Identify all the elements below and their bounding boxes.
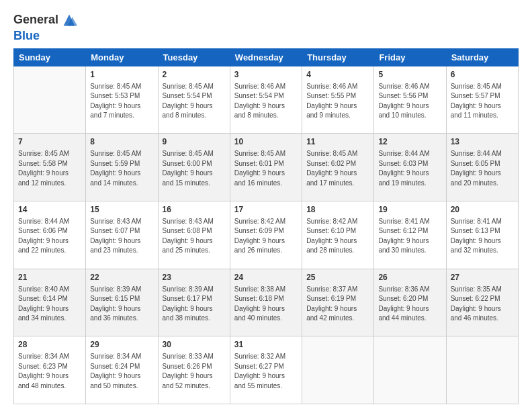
day-number: 25: [306, 272, 369, 283]
day-cell-1-5: 12Sunrise: 8:44 AMSunset: 6:03 PMDayligh…: [374, 134, 446, 201]
day-cell-3-0: 21Sunrise: 8:40 AMSunset: 6:14 PMDayligh…: [14, 269, 86, 336]
day-info: Sunrise: 8:37 AMSunset: 6:19 PMDaylight:…: [306, 285, 369, 324]
day-number: 18: [306, 204, 369, 216]
day-cell-0-1: 1Sunrise: 8:45 AMSunset: 5:53 PMDaylight…: [86, 66, 158, 134]
day-info: Sunrise: 8:38 AMSunset: 6:18 PMDaylight:…: [234, 285, 298, 324]
day-number: 15: [90, 204, 153, 216]
day-number: 11: [306, 136, 369, 148]
week-row-2: 14Sunrise: 8:44 AMSunset: 6:06 PMDayligh…: [14, 201, 519, 269]
day-number: 14: [18, 204, 81, 216]
day-info: Sunrise: 8:45 AMSunset: 6:01 PMDaylight:…: [234, 149, 298, 188]
page: General Blue Sunday Monday Tuesday Wedne…: [0, 0, 532, 411]
day-number: 3: [234, 69, 298, 81]
day-number: 6: [451, 69, 514, 81]
day-cell-2-6: 20Sunrise: 8:41 AMSunset: 6:13 PMDayligh…: [446, 201, 518, 269]
day-number: 30: [163, 339, 226, 351]
day-number: 21: [18, 272, 81, 283]
day-cell-2-2: 16Sunrise: 8:43 AMSunset: 6:08 PMDayligh…: [158, 201, 230, 269]
day-number: 2: [163, 69, 226, 81]
header-monday: Monday: [86, 48, 158, 66]
day-cell-1-0: 7Sunrise: 8:45 AMSunset: 5:58 PMDaylight…: [14, 134, 86, 201]
day-cell-3-4: 25Sunrise: 8:37 AMSunset: 6:19 PMDayligh…: [302, 269, 374, 336]
day-cell-2-1: 15Sunrise: 8:43 AMSunset: 6:07 PMDayligh…: [86, 201, 158, 269]
day-cell-3-2: 23Sunrise: 8:39 AMSunset: 6:17 PMDayligh…: [158, 269, 230, 336]
day-info: Sunrise: 8:42 AMSunset: 6:09 PMDaylight:…: [234, 217, 298, 256]
weekday-header-row: Sunday Monday Tuesday Wednesday Thursday…: [14, 48, 519, 66]
day-cell-4-1: 29Sunrise: 8:34 AMSunset: 6:24 PMDayligh…: [86, 336, 158, 404]
day-cell-1-3: 10Sunrise: 8:45 AMSunset: 6:01 PMDayligh…: [230, 134, 302, 201]
day-cell-2-0: 14Sunrise: 8:44 AMSunset: 6:06 PMDayligh…: [14, 201, 86, 269]
day-number: 20: [451, 204, 514, 216]
day-cell-3-5: 26Sunrise: 8:36 AMSunset: 6:20 PMDayligh…: [374, 269, 446, 336]
logo-general: General: [13, 13, 58, 27]
day-number: 1: [90, 69, 153, 81]
day-cell-0-3: 3Sunrise: 8:46 AMSunset: 5:54 PMDaylight…: [230, 66, 302, 134]
day-cell-0-2: 2Sunrise: 8:45 AMSunset: 5:54 PMDaylight…: [158, 66, 230, 134]
day-number: 4: [306, 69, 369, 81]
day-info: Sunrise: 8:35 AMSunset: 6:22 PMDaylight:…: [451, 285, 514, 324]
day-info: Sunrise: 8:34 AMSunset: 6:24 PMDaylight:…: [90, 352, 153, 391]
header-saturday: Saturday: [446, 48, 518, 66]
day-number: 17: [234, 204, 298, 216]
day-number: 23: [163, 272, 226, 283]
day-info: Sunrise: 8:41 AMSunset: 6:13 PMDaylight:…: [451, 217, 514, 256]
day-number: 16: [163, 204, 226, 216]
day-cell-1-6: 13Sunrise: 8:44 AMSunset: 6:05 PMDayligh…: [446, 134, 518, 201]
day-cell-2-5: 19Sunrise: 8:41 AMSunset: 6:12 PMDayligh…: [374, 201, 446, 269]
day-number: 29: [90, 339, 153, 351]
day-number: 31: [234, 339, 298, 351]
logo: General Blue: [13, 11, 79, 43]
day-cell-1-1: 8Sunrise: 8:45 AMSunset: 5:59 PMDaylight…: [86, 134, 158, 201]
day-info: Sunrise: 8:44 AMSunset: 6:05 PMDaylight:…: [451, 149, 514, 188]
day-info: Sunrise: 8:34 AMSunset: 6:23 PMDaylight:…: [18, 352, 81, 391]
header-thursday: Thursday: [302, 48, 374, 66]
day-number: 19: [378, 204, 441, 216]
day-info: Sunrise: 8:33 AMSunset: 6:26 PMDaylight:…: [163, 352, 226, 391]
logo-blue: Blue: [13, 30, 40, 43]
day-info: Sunrise: 8:39 AMSunset: 6:15 PMDaylight:…: [90, 285, 153, 324]
day-info: Sunrise: 8:45 AMSunset: 5:59 PMDaylight:…: [90, 149, 153, 188]
day-cell-1-4: 11Sunrise: 8:45 AMSunset: 6:02 PMDayligh…: [302, 134, 374, 201]
day-cell-3-6: 27Sunrise: 8:35 AMSunset: 6:22 PMDayligh…: [446, 269, 518, 336]
day-cell-4-5: [374, 336, 446, 404]
day-info: Sunrise: 8:41 AMSunset: 6:12 PMDaylight:…: [378, 217, 441, 256]
day-info: Sunrise: 8:44 AMSunset: 6:06 PMDaylight:…: [18, 217, 81, 256]
day-cell-4-2: 30Sunrise: 8:33 AMSunset: 6:26 PMDayligh…: [158, 336, 230, 404]
week-row-3: 21Sunrise: 8:40 AMSunset: 6:14 PMDayligh…: [14, 269, 519, 336]
day-cell-0-6: 6Sunrise: 8:45 AMSunset: 5:57 PMDaylight…: [446, 66, 518, 134]
day-info: Sunrise: 8:45 AMSunset: 5:58 PMDaylight:…: [18, 149, 81, 188]
header-friday: Friday: [374, 48, 446, 66]
day-cell-4-6: [446, 336, 518, 404]
day-cell-0-4: 4Sunrise: 8:46 AMSunset: 5:55 PMDaylight…: [302, 66, 374, 134]
day-info: Sunrise: 8:43 AMSunset: 6:07 PMDaylight:…: [90, 217, 153, 256]
day-info: Sunrise: 8:40 AMSunset: 6:14 PMDaylight:…: [18, 285, 81, 324]
day-number: 10: [234, 136, 298, 148]
day-number: 13: [451, 136, 514, 148]
day-number: 26: [378, 272, 441, 283]
day-info: Sunrise: 8:46 AMSunset: 5:54 PMDaylight:…: [234, 82, 298, 121]
week-row-1: 7Sunrise: 8:45 AMSunset: 5:58 PMDaylight…: [14, 134, 519, 201]
day-number: 24: [234, 272, 298, 283]
day-cell-2-4: 18Sunrise: 8:42 AMSunset: 6:10 PMDayligh…: [302, 201, 374, 269]
day-cell-3-3: 24Sunrise: 8:38 AMSunset: 6:18 PMDayligh…: [230, 269, 302, 336]
day-cell-2-3: 17Sunrise: 8:42 AMSunset: 6:09 PMDayligh…: [230, 201, 302, 269]
day-cell-4-4: [302, 336, 374, 404]
header-tuesday: Tuesday: [158, 48, 230, 66]
day-cell-4-0: 28Sunrise: 8:34 AMSunset: 6:23 PMDayligh…: [14, 336, 86, 404]
day-info: Sunrise: 8:45 AMSunset: 5:53 PMDaylight:…: [90, 82, 153, 121]
day-cell-0-5: 5Sunrise: 8:46 AMSunset: 5:56 PMDaylight…: [374, 66, 446, 134]
day-info: Sunrise: 8:45 AMSunset: 5:57 PMDaylight:…: [451, 82, 514, 121]
header-wednesday: Wednesday: [230, 48, 302, 66]
day-info: Sunrise: 8:39 AMSunset: 6:17 PMDaylight:…: [163, 285, 226, 324]
logo-icon: [60, 11, 79, 30]
day-number: 12: [378, 136, 441, 148]
day-info: Sunrise: 8:32 AMSunset: 6:27 PMDaylight:…: [234, 352, 298, 391]
day-info: Sunrise: 8:45 AMSunset: 5:54 PMDaylight:…: [163, 82, 226, 121]
day-cell-0-0: [14, 66, 86, 134]
day-info: Sunrise: 8:46 AMSunset: 5:55 PMDaylight:…: [306, 82, 369, 121]
day-cell-1-2: 9Sunrise: 8:45 AMSunset: 6:00 PMDaylight…: [158, 134, 230, 201]
calendar-table: Sunday Monday Tuesday Wednesday Thursday…: [13, 48, 519, 404]
day-number: 8: [90, 136, 153, 148]
day-number: 27: [451, 272, 514, 283]
day-number: 5: [378, 69, 441, 81]
